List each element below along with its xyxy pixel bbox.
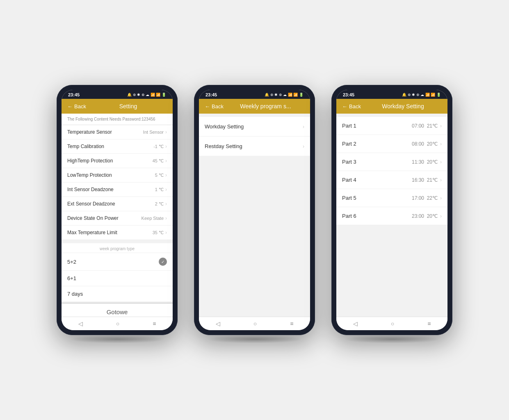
restday-setting-item[interactable]: Restday Setting › xyxy=(199,137,310,156)
status-bar-3: 23:45 🔔 ⊕ ✱ ⊕ ☁ 📶 📶 🔋 xyxy=(336,90,447,99)
phone-2: 23:45 🔔 ⊕ ✱ ⊕ ☁ 📶 📶 🔋 ← Back Weekly prog… xyxy=(194,85,315,335)
part-row-0[interactable]: Part 1 07:00 21℃ › xyxy=(336,117,447,135)
part-label-2: Part 3 xyxy=(342,159,356,165)
part-label-5: Part 6 xyxy=(342,213,356,219)
setting-value-3: 5 ℃ › xyxy=(155,172,167,178)
part-row-4[interactable]: Part 5 17:00 22℃ › xyxy=(336,189,447,207)
setting-label-3: LowTemp Protection xyxy=(67,172,112,178)
screen-content-2: Workday Setting › Restday Setting › xyxy=(199,114,310,317)
setting-label-5: Ext Sensor Deadzone xyxy=(67,201,115,207)
setting-value-1: -1 ℃ › xyxy=(153,144,167,149)
status-time-1: 23:45 xyxy=(68,92,80,97)
nav-menu-icon-3[interactable]: ≡ xyxy=(427,320,431,327)
check-icon-0: ✓ xyxy=(159,258,167,266)
setting-label-0: Temperature Sensor xyxy=(67,129,112,135)
week-type-label: week program type xyxy=(62,243,173,253)
setting-label-7: Max Temperature Limit xyxy=(67,230,117,235)
part-label-0: Part 1 xyxy=(342,123,356,129)
nav-bar-3: ◁ ○ ≡ xyxy=(336,317,447,330)
part-row-2[interactable]: Part 3 11:30 20℃ › xyxy=(336,153,447,171)
status-icons-3: 🔔 ⊕ ✱ ⊕ ☁ 📶 📶 🔋 xyxy=(402,93,441,97)
part-label-1: Part 2 xyxy=(342,141,356,147)
setting-value-6: Keep State › xyxy=(142,215,167,221)
part-value-1: 08:00 20℃ › xyxy=(412,141,442,147)
status-icons-1: 🔔 ⊕ ✱ ⊕ ☁ 📶 📶 🔋 xyxy=(127,93,166,97)
status-bar-2: 23:45 🔔 ⊕ ✱ ⊕ ☁ 📶 📶 🔋 xyxy=(199,90,310,99)
phone-3: 23:45 🔔 ⊕ ✱ ⊕ ☁ 📶 📶 🔋 ← Back Workday Set… xyxy=(331,85,452,335)
setting-label-1: Temp Calibration xyxy=(67,144,104,149)
week-program-section: week program type 5+2 ✓ 6+1 7 days xyxy=(62,243,173,302)
gotowe-button[interactable]: Gotowe xyxy=(62,303,173,317)
app-header-2: ← Back Weekly program s... xyxy=(199,99,310,114)
setting-label-6: Device State On Power xyxy=(67,215,119,221)
setting-row-4[interactable]: Int Sensor Deadzone 1 ℃ › xyxy=(62,183,173,197)
nav-home-icon-3[interactable]: ○ xyxy=(391,320,394,327)
part-row-1[interactable]: Part 2 08:00 20℃ › xyxy=(336,135,447,153)
status-icons-2: 🔔 ⊕ ✱ ⊕ ☁ 📶 📶 🔋 xyxy=(265,93,304,97)
part-row-3[interactable]: Part 4 16:30 21℃ › xyxy=(336,171,447,189)
nav-home-icon-2[interactable]: ○ xyxy=(253,320,257,327)
setting-label-2: HighTemp Protection xyxy=(67,158,113,164)
part-value-4: 17:00 22℃ › xyxy=(412,195,442,201)
part-label-3: Part 4 xyxy=(342,177,356,183)
week-option-label-2: 7 days xyxy=(67,291,83,297)
nav-bar-2: ◁ ○ ≡ xyxy=(199,317,310,330)
nav-back-icon-3[interactable]: ◁ xyxy=(353,320,358,327)
setting-row-7[interactable]: Max Temperature Limit 35 ℃ › xyxy=(62,226,173,240)
nav-back-icon-2[interactable]: ◁ xyxy=(216,320,220,327)
back-arrow-icon-2: ← xyxy=(205,103,210,110)
workday-chevron: › xyxy=(303,124,304,130)
screen-content-3: Part 1 07:00 21℃ › Part 2 08:00 20℃ › Pa… xyxy=(336,114,447,317)
back-arrow-icon-3: ← xyxy=(342,103,347,110)
part-row-5[interactable]: Part 6 23:00 20℃ › xyxy=(336,207,447,225)
status-time-2: 23:45 xyxy=(205,92,217,97)
week-option-label-0: 5+2 xyxy=(67,259,76,265)
part-value-5: 23:00 20℃ › xyxy=(412,213,442,219)
back-label-3: Back xyxy=(349,103,361,110)
app-header-3: ← Back Workday Setting xyxy=(336,99,447,114)
restday-setting-label: Restday Setting xyxy=(205,143,242,149)
phone-container: 23:45 🔔 ⊕ ✱ ⊕ ☁ 📶 📶 🔋 ← Back Setting The… xyxy=(57,85,452,335)
nav-bar-1: ◁ ○ ≡ xyxy=(62,317,173,330)
setting-row-0[interactable]: Temperature Sensor Int Sensor › xyxy=(62,125,173,139)
setting-row-3[interactable]: LowTemp Protection 5 ℃ › xyxy=(62,168,173,183)
workday-setting-label: Workday Setting xyxy=(205,123,244,130)
week-option-label-1: 6+1 xyxy=(67,275,76,281)
week-option-2[interactable]: 7 days xyxy=(62,286,173,302)
phone-1: 23:45 🔔 ⊕ ✱ ⊕ ☁ 📶 📶 🔋 ← Back Setting The… xyxy=(57,85,178,335)
nav-home-icon-1[interactable]: ○ xyxy=(116,320,119,327)
setting-row-1[interactable]: Temp Calibration -1 ℃ › xyxy=(62,139,173,154)
back-button-3[interactable]: ← Back xyxy=(342,103,361,110)
back-label-2: Back xyxy=(212,103,224,110)
screen-content-1: The Following Content Needs Password:123… xyxy=(62,114,173,317)
setting-row-6[interactable]: Device State On Power Keep State › xyxy=(62,211,173,226)
week-option-1[interactable]: 6+1 xyxy=(62,271,173,286)
back-button-1[interactable]: ← Back xyxy=(67,103,86,110)
back-arrow-icon-1: ← xyxy=(67,103,73,110)
setting-value-4: 1 ℃ › xyxy=(155,187,167,192)
setting-value-0: Int Sensor › xyxy=(143,129,167,135)
header-title-1: Setting xyxy=(89,103,167,110)
setting-label-4: Int Sensor Deadzone xyxy=(67,187,114,192)
password-notice: The Following Content Needs Password:123… xyxy=(62,114,173,125)
setting-row-2[interactable]: HighTemp Protection 45 ℃ › xyxy=(62,154,173,168)
header-title-2: Weekly program s... xyxy=(227,103,304,110)
part-value-3: 16:30 21℃ › xyxy=(412,177,442,183)
week-option-0[interactable]: 5+2 ✓ xyxy=(62,253,173,271)
nav-menu-icon-2[interactable]: ≡ xyxy=(290,320,293,327)
setting-value-5: 2 ℃ › xyxy=(155,201,167,207)
header-title-3: Workday Setting xyxy=(364,103,442,110)
status-time-3: 23:45 xyxy=(343,92,354,97)
status-bar-1: 23:45 🔔 ⊕ ✱ ⊕ ☁ 📶 📶 🔋 xyxy=(62,90,173,99)
part-value-0: 07:00 21℃ › xyxy=(412,123,442,129)
back-button-2[interactable]: ← Back xyxy=(205,103,224,110)
nav-back-icon-1[interactable]: ◁ xyxy=(78,320,83,327)
workday-setting-item[interactable]: Workday Setting › xyxy=(199,117,310,137)
app-header-1: ← Back Setting xyxy=(62,99,173,114)
nav-menu-icon-1[interactable]: ≡ xyxy=(153,320,156,327)
setting-row-5[interactable]: Ext Sensor Deadzone 2 ℃ › xyxy=(62,197,173,211)
setting-value-2: 45 ℃ › xyxy=(153,158,167,164)
part-label-4: Part 5 xyxy=(342,195,356,201)
setting-value-7: 35 ℃ › xyxy=(153,230,167,235)
back-label-1: Back xyxy=(74,103,86,110)
